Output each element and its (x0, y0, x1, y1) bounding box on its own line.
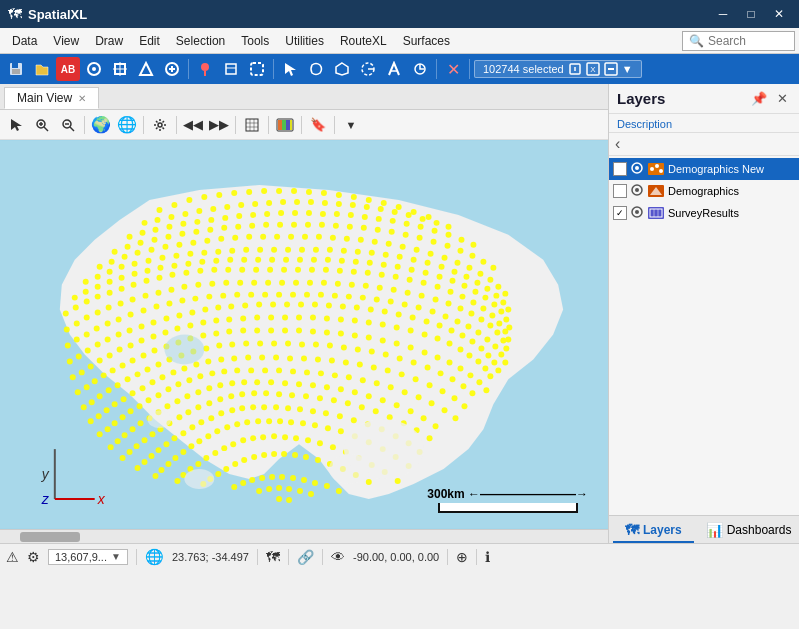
layer-item[interactable]: ✓ SurveyResults (609, 202, 799, 224)
svg-point-97 (208, 217, 214, 223)
menu-edit[interactable]: Edit (131, 28, 168, 53)
mt-nav-right-btn[interactable]: ▶▶ (207, 114, 231, 136)
layer-visibility[interactable] (630, 183, 644, 199)
svg-point-318 (487, 323, 493, 329)
layer-checkbox[interactable]: ✓ (613, 162, 627, 176)
tb-layers-btn[interactable] (219, 57, 243, 81)
description-row[interactable]: Description (609, 114, 799, 133)
back-arrow[interactable]: ‹ (615, 135, 620, 152)
mt-filter-btn[interactable]: ▼ (339, 114, 363, 136)
svg-point-364 (116, 332, 122, 338)
svg-point-433 (84, 384, 90, 390)
mt-zoom-in-btn[interactable] (30, 114, 54, 136)
coords-dropdown-arrow[interactable]: ▼ (111, 551, 121, 562)
svg-point-514 (231, 355, 237, 361)
status-settings-icon[interactable]: ⚙ (27, 549, 40, 565)
mt-zoom-out-btn[interactable] (56, 114, 80, 136)
svg-point-656 (224, 424, 230, 430)
mt-gear-btn[interactable] (148, 114, 172, 136)
mt-nav-left-btn[interactable]: ◀◀ (181, 114, 205, 136)
close-button[interactable]: ✕ (767, 4, 791, 24)
svg-point-552 (318, 370, 324, 376)
svg-point-666 (338, 428, 344, 434)
map-viewport[interactable]: y x z 300km ←————————→ (0, 140, 608, 529)
layer-item[interactable]: Demographics (609, 180, 799, 202)
minimize-button[interactable]: ─ (711, 4, 735, 24)
scroll-thumb[interactable] (20, 532, 80, 542)
tb-cursor-btn[interactable] (278, 57, 302, 81)
svg-point-687 (317, 440, 323, 446)
menu-routexl[interactable]: RouteXL (332, 28, 395, 53)
tb-btn6[interactable] (160, 57, 184, 81)
link-status-icon[interactable]: 🔗 (297, 549, 314, 565)
mt-bookmark-btn[interactable]: 🔖 (306, 114, 330, 136)
layer-visibility[interactable] (630, 205, 644, 221)
menu-draw[interactable]: Draw (87, 28, 131, 53)
tb-new-btn[interactable]: AB (56, 57, 80, 81)
tb-open-btn[interactable] (30, 57, 54, 81)
svg-point-268 (323, 267, 329, 273)
svg-point-400 (107, 352, 113, 358)
tb-clear-btn[interactable]: ✕ (441, 57, 465, 81)
tb-btn5[interactable] (134, 57, 158, 81)
tb-save-btn[interactable] (4, 57, 28, 81)
menu-utilities[interactable]: Utilities (277, 28, 332, 53)
main-toolbar: AB ✕ 102744 selected (0, 54, 799, 84)
svg-point-565 (122, 432, 128, 438)
tb-btn4[interactable] (108, 57, 132, 81)
tab-dashboards[interactable]: 📊 Dashboards (694, 519, 799, 543)
svg-point-706 (315, 457, 321, 463)
layer-checkbox[interactable]: ✓ (613, 206, 627, 220)
svg-point-591 (433, 423, 439, 429)
svg-point-194 (299, 247, 305, 253)
svg-point-49 (156, 207, 162, 213)
svg-point-303 (293, 280, 299, 286)
svg-point-126 (235, 224, 241, 230)
tab-layers[interactable]: 🗺 Layers (613, 519, 694, 543)
mt-cursor-btn[interactable] (4, 114, 28, 136)
tb-road-btn[interactable] (382, 57, 406, 81)
map-horizontal-scrollbar[interactable] (0, 529, 608, 543)
tb-btn3[interactable] (82, 57, 106, 81)
tb-travel-btn[interactable] (408, 57, 432, 81)
svg-point-699 (241, 457, 247, 463)
svg-point-301 (265, 280, 271, 286)
menu-tools[interactable]: Tools (233, 28, 277, 53)
svg-point-254 (131, 282, 137, 288)
info-icon[interactable]: ℹ (485, 549, 490, 565)
tab-close-btn[interactable]: ✕ (78, 93, 86, 104)
mt-globe2-btn[interactable]: 🌐 (115, 114, 139, 136)
svg-point-603 (217, 396, 223, 402)
search-input[interactable] (708, 34, 788, 48)
status-warning-icon[interactable]: ⚠ (6, 549, 19, 565)
maximize-button[interactable]: □ (739, 4, 763, 24)
layer-visibility[interactable] (630, 161, 644, 177)
mt-palette-btn[interactable] (273, 114, 297, 136)
tb-lasso-btn[interactable] (304, 57, 328, 81)
tb-select-btn[interactable] (245, 57, 269, 81)
tb-radius-btn[interactable] (356, 57, 380, 81)
menu-surfaces[interactable]: Surfaces (395, 28, 458, 53)
svg-point-70 (168, 214, 174, 220)
tb-pin-btn[interactable] (193, 57, 217, 81)
menu-selection[interactable]: Selection (168, 28, 233, 53)
svg-point-209 (493, 293, 499, 299)
svg-point-393 (485, 352, 491, 358)
main-view-tab[interactable]: Main View ✕ (4, 87, 99, 109)
svg-point-330 (153, 304, 159, 310)
pin-button[interactable]: 📌 (748, 90, 770, 107)
mt-grid-btn[interactable] (240, 114, 264, 136)
svg-point-75 (238, 202, 244, 208)
svg-point-698 (232, 461, 238, 467)
menu-data[interactable]: Data (4, 28, 45, 53)
tb-poly-select-btn[interactable] (330, 57, 354, 81)
close-panel-button[interactable]: ✕ (774, 90, 791, 107)
layer-item[interactable]: ✓ Demographics New (609, 158, 799, 180)
scale-label: 300km ←————————→ (427, 487, 588, 501)
layer-checkbox[interactable] (613, 184, 627, 198)
svg-point-321 (503, 345, 509, 351)
svg-point-200 (383, 252, 389, 258)
svg-point-77 (266, 200, 272, 206)
menu-view[interactable]: View (45, 28, 87, 53)
mt-globe1-btn[interactable]: 🌍 (89, 114, 113, 136)
